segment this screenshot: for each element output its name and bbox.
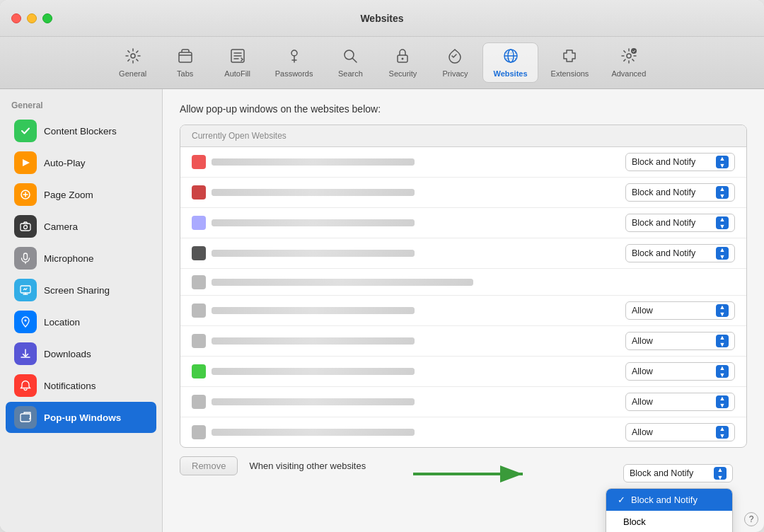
site-select[interactable]: Allow ▲▼ (625, 332, 735, 350)
search-label: Search (338, 69, 363, 78)
select-arrow-icon: ▲▼ (716, 365, 729, 378)
site-select[interactable]: Allow ▲▼ (625, 423, 735, 441)
sidebar-item-microphone[interactable]: Microphone (6, 243, 156, 274)
site-favicon (192, 364, 206, 378)
general-icon (125, 47, 141, 67)
bottom-bar: Remove When visiting other websites Bloc… (180, 448, 747, 475)
svg-point-13 (24, 226, 28, 229)
titlebar: Websites (0, 0, 764, 37)
select-arrow-icon: ▲▼ (716, 395, 729, 408)
table-row: Allow ▲▼ (180, 387, 746, 417)
dropdown-trigger-label: Block and Notify (630, 468, 693, 478)
notifications-label: Notifications (44, 381, 96, 391)
select-value: Block and Notify (632, 157, 695, 167)
camera-label: Camera (44, 221, 78, 232)
site-name-blur (212, 189, 415, 196)
select-value: Block and Notify (632, 218, 695, 228)
passwords-icon (286, 47, 303, 67)
auto-play-icon (14, 151, 37, 174)
table-row: Block and Notify ▲▼ (180, 147, 746, 178)
dropdown-container: Block and Notify ▲▼ ✓ Block and Notify B… (623, 464, 733, 482)
site-select[interactable]: Allow ▲▼ (625, 301, 735, 320)
select-arrow-icon: ▲▼ (716, 247, 729, 260)
dropdown-trigger[interactable]: Block and Notify ▲▼ (623, 464, 733, 482)
site-select[interactable]: Block and Notify ▲▼ (625, 183, 735, 202)
websites-icon (502, 47, 519, 67)
table-row: Block and Notify ▲▼ (180, 178, 746, 208)
extensions-label: Extensions (551, 69, 589, 78)
websites-table: Currently Open Websites Block and Notify… (180, 125, 747, 448)
svg-point-16 (25, 320, 27, 322)
sidebar-item-notifications[interactable]: Notifications (6, 370, 156, 401)
microphone-label: Microphone (44, 253, 94, 264)
websites-label: Websites (493, 69, 527, 78)
traffic-lights (11, 13, 52, 23)
select-arrow-icon: ▲▼ (716, 335, 729, 347)
sidebar-item-content-blockers[interactable]: Content Blockers (6, 115, 156, 146)
site-favicon (192, 155, 206, 169)
select-arrow-icon: ▲▼ (716, 186, 729, 199)
select-value: Block and Notify (632, 187, 695, 197)
dropdown-menu: ✓ Block and Notify Block Allow (606, 488, 733, 532)
toolbar-item-passwords[interactable]: Passwords (265, 43, 323, 82)
toolbar-item-privacy[interactable]: Privacy (430, 43, 480, 82)
page-zoom-icon (14, 183, 37, 206)
site-select[interactable]: Block and Notify ▲▼ (625, 244, 735, 262)
screen-sharing-icon (14, 279, 37, 301)
table-row: Block and Notify ▲▼ (180, 238, 746, 269)
site-favicon (192, 395, 206, 409)
minimize-button[interactable] (27, 13, 37, 23)
toolbar-item-security[interactable]: Security (378, 43, 427, 82)
svg-point-10 (631, 48, 637, 54)
sidebar-item-location[interactable]: Location (6, 306, 156, 337)
dropdown-option-block[interactable]: Block (606, 511, 732, 532)
svg-point-6 (402, 58, 404, 60)
content-title: Allow pop-up windows on the websites bel… (180, 103, 747, 115)
site-favicon (192, 334, 206, 348)
autofill-icon (229, 47, 246, 67)
svg-point-0 (131, 54, 135, 58)
sidebar-item-screen-sharing[interactable]: Screen Sharing (6, 274, 156, 306)
svg-rect-1 (179, 52, 192, 62)
sidebar-item-camera[interactable]: Camera (6, 211, 156, 242)
toolbar-item-advanced[interactable]: Advanced (601, 43, 656, 82)
extensions-icon (561, 47, 578, 67)
site-select[interactable]: Block and Notify ▲▼ (625, 214, 735, 232)
toolbar-item-general[interactable]: General (108, 43, 158, 82)
security-label: Security (389, 69, 417, 78)
sidebar-item-auto-play[interactable]: Auto-Play (6, 147, 156, 178)
toolbar-item-websites[interactable]: Websites (482, 42, 538, 83)
camera-icon (14, 215, 37, 238)
sidebar-item-page-zoom[interactable]: Page Zoom (6, 179, 156, 210)
toolbar-item-autofill[interactable]: AutoFill (213, 43, 262, 82)
site-name-blur (212, 429, 415, 436)
select-value: Allow (632, 397, 653, 407)
toolbar-item-extensions[interactable]: Extensions (541, 43, 599, 82)
toolbar-item-search[interactable]: Search (325, 43, 375, 82)
remove-button[interactable]: Remove (180, 456, 238, 475)
toolbar-item-tabs[interactable]: Tabs (161, 43, 210, 82)
site-favicon (192, 185, 206, 200)
site-select[interactable]: Block and Notify ▲▼ (625, 153, 735, 171)
sidebar-item-popup-windows[interactable]: Pop-up Windows (6, 402, 156, 433)
content-blockers-label: Content Blockers (44, 126, 117, 137)
site-select[interactable]: Allow ▲▼ (625, 362, 735, 381)
downloads-label: Downloads (44, 349, 91, 359)
downloads-icon (14, 342, 37, 365)
site-name-blur (212, 398, 415, 405)
page-zoom-label: Page Zoom (44, 190, 93, 200)
select-value: Allow (632, 306, 653, 316)
svg-point-9 (627, 54, 631, 58)
maximize-button[interactable] (42, 13, 52, 23)
help-button[interactable]: ? (744, 512, 758, 526)
table-row (180, 269, 746, 296)
site-select[interactable]: Allow ▲▼ (625, 393, 735, 411)
main-window: Websites General Tabs (0, 0, 764, 532)
table-row: Block and Notify ▲▼ (180, 208, 746, 238)
table-row: Allow ▲▼ (180, 296, 746, 326)
dropdown-option-block-and-notify[interactable]: ✓ Block and Notify (606, 489, 732, 511)
sidebar-item-downloads[interactable]: Downloads (6, 338, 156, 369)
dropdown-option-label: Block and Notify (631, 495, 698, 505)
close-button[interactable] (11, 13, 21, 23)
general-label: General (119, 69, 146, 78)
